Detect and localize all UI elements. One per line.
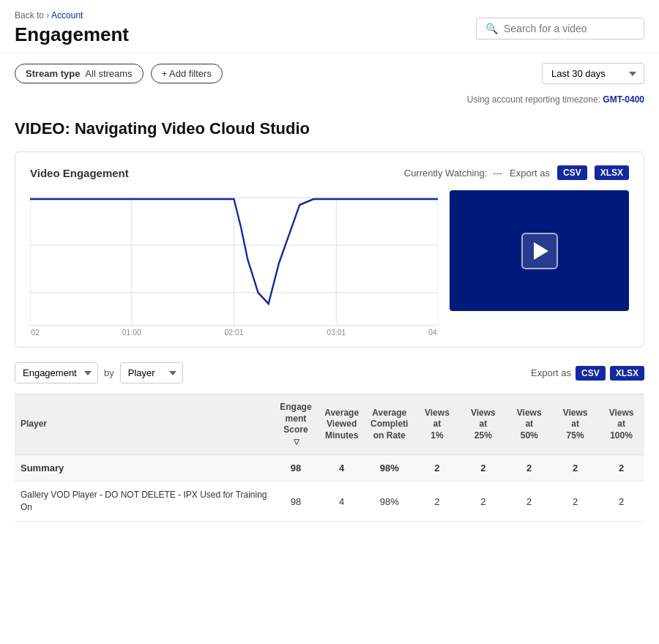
table-csv-button[interactable]: CSV [576, 366, 606, 381]
stream-type-value: All streams [85, 68, 132, 79]
timezone-prefix: Using account reporting timezone: [467, 94, 600, 105]
filters-left: Stream type All streams + Add filters [15, 64, 223, 83]
chart-title: Video Engagement [30, 167, 129, 179]
svg-text:04:01: 04:01 [428, 328, 438, 337]
csv-export-button[interactable]: CSV [557, 165, 587, 180]
summary-label: Summary [15, 455, 273, 482]
dimension-select[interactable]: Player Country Device [120, 362, 183, 383]
col-player: Player [15, 394, 273, 455]
date-range-select[interactable]: Last 30 days Last 7 days Last 90 days Cu… [542, 63, 644, 84]
row-views-50: 2 [506, 482, 552, 522]
chart-body: 2 1 0 00:02 01:00 02:01 03:01 04:01 [30, 190, 629, 337]
table-controls-right: Export as CSV XLSX [531, 366, 644, 381]
col-views-100: Views at100% [598, 394, 644, 455]
table-controls-left: Engagement Views Video by Player Country… [15, 362, 183, 383]
timezone-bar: Using account reporting timezone: GMT-04… [0, 94, 659, 112]
chart-header: Video Engagement Currently Watching: ---… [30, 165, 629, 180]
summary-views-50: 2 [506, 455, 552, 482]
search-box[interactable]: 🔍 [476, 18, 644, 40]
table-controls: Engagement Views Video by Player Country… [15, 362, 644, 383]
page-title: Engagement [15, 23, 129, 46]
play-icon [534, 242, 548, 260]
table-export-label: Export as [531, 367, 571, 378]
filters-bar: Stream type All streams + Add filters La… [0, 53, 659, 94]
table-row: Gallery VOD Player - DO NOT DELETE - IPX… [15, 482, 644, 522]
row-player: Gallery VOD Player - DO NOT DELETE - IPX… [15, 482, 273, 522]
col-engagement: EngagementScore ▽ [273, 394, 319, 455]
row-avg-completion: 98% [365, 482, 414, 522]
row-engagement: 98 [273, 482, 319, 522]
export-as-label: Export as [510, 168, 550, 179]
search-input[interactable] [504, 23, 635, 34]
breadcrumb: Back to › Account [15, 10, 129, 20]
summary-views-75: 2 [552, 455, 598, 482]
row-views-75: 2 [552, 482, 598, 522]
summary-row: Summary 98 4 98% 2 2 2 2 2 [15, 455, 644, 482]
svg-text:00:02: 00:02 [30, 328, 40, 337]
by-label: by [104, 367, 114, 378]
svg-text:03:01: 03:01 [327, 328, 346, 337]
svg-text:02:01: 02:01 [225, 328, 244, 337]
timezone-link[interactable]: GMT-0400 [603, 94, 644, 105]
svg-text:01:00: 01:00 [122, 328, 141, 337]
video-title: VIDEO: Navigating Video Cloud Studio [15, 119, 644, 138]
col-views-1: Views at1% [414, 394, 460, 455]
summary-avg-completion: 98% [365, 455, 414, 482]
chart-area: 2 1 0 00:02 01:00 02:01 03:01 04:01 [30, 190, 438, 337]
summary-avg-viewed: 4 [319, 455, 365, 482]
row-views-25: 2 [460, 482, 506, 522]
date-select-wrapper: Last 30 days Last 7 days Last 90 days Cu… [542, 63, 644, 84]
xlsx-export-button[interactable]: XLSX [595, 165, 629, 180]
chart-section: Video Engagement Currently Watching: ---… [15, 151, 644, 348]
table-xlsx-button[interactable]: XLSX [610, 366, 644, 381]
engagement-table: Player EngagementScore ▽ AverageViewedMi… [15, 394, 644, 522]
video-title-section: VIDEO: Navigating Video Cloud Studio [0, 112, 659, 151]
summary-views-100: 2 [598, 455, 644, 482]
stream-type-filter[interactable]: Stream type All streams [15, 64, 144, 83]
col-views-50: Views at50% [506, 394, 552, 455]
table-header-row: Player EngagementScore ▽ AverageViewedMi… [15, 394, 644, 455]
stream-type-label: Stream type [26, 68, 80, 79]
currently-watching-label: Currently Watching: --- [404, 168, 502, 179]
back-label: Back to [15, 10, 44, 20]
row-views-100: 2 [598, 482, 644, 522]
col-views-25: Views at25% [460, 394, 506, 455]
video-thumbnail[interactable] [450, 190, 629, 311]
col-views-75: Views at75% [552, 394, 598, 455]
play-button[interactable] [521, 233, 558, 269]
search-icon: 🔍 [485, 23, 498, 34]
col-avg-viewed: AverageViewedMinutes [319, 394, 365, 455]
add-filter-button[interactable]: + Add filters [151, 64, 223, 83]
account-link[interactable]: Account [51, 10, 83, 20]
summary-engagement: 98 [273, 455, 319, 482]
group-by-select[interactable]: Engagement Views Video [15, 362, 98, 383]
row-avg-viewed: 4 [319, 482, 365, 522]
chart-header-right: Currently Watching: --- Export as CSV XL… [404, 165, 629, 180]
add-filter-label: + Add filters [162, 68, 212, 79]
summary-views-25: 2 [460, 455, 506, 482]
summary-views-1: 2 [414, 455, 460, 482]
engagement-chart-svg: 2 1 0 00:02 01:00 02:01 03:01 04:01 [30, 190, 438, 337]
row-views-1: 2 [414, 482, 460, 522]
table-section: Engagement Views Video by Player Country… [15, 362, 644, 522]
col-avg-completion: AverageCompletion Rate [365, 394, 414, 455]
